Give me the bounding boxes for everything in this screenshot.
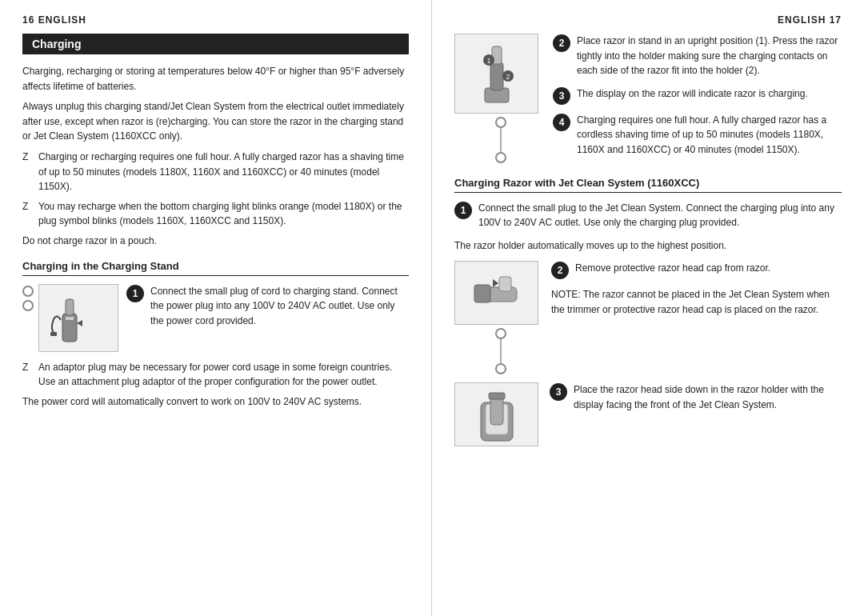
razor-cap-svg (465, 267, 529, 319)
subsection-title: Charging in the Charging Stand (22, 260, 409, 276)
note-text: NOTE: The razor cannot be placed in the … (551, 287, 842, 317)
right-step3-text: The display on the razor will indicate r… (577, 86, 842, 102)
z-icon-2: Z (22, 199, 35, 214)
jet-step3-image (454, 382, 538, 446)
jet-step3-row: 3 Place the razor head side down in the … (454, 382, 842, 446)
right-image-indicator: 1 2 (454, 34, 546, 163)
jet-step2-indicator (454, 261, 546, 374)
adaptor-note-text: An adaptor plug may be necessary for pow… (38, 360, 409, 390)
jet-step3-numbered: 3 Place the razor head side down in the … (550, 382, 842, 412)
svg-text:2: 2 (506, 73, 510, 81)
jet-step2-row: 2 Remove protective razor head cap from … (454, 261, 842, 374)
svg-rect-19 (489, 393, 505, 399)
right-step3-circle: 3 (553, 87, 570, 105)
jet-clean-system-svg (465, 386, 529, 442)
step1-circle: 1 (126, 285, 144, 302)
svg-rect-13 (474, 285, 490, 302)
jet-mid-line (500, 339, 502, 363)
right-page-number: ENGLISH 17 (454, 14, 842, 26)
svg-rect-3 (50, 332, 57, 336)
adaptor-z-icon: Z (22, 360, 35, 375)
auto-moves-text: The razor holder automatically moves up … (454, 238, 842, 254)
top-indicator-circle (495, 117, 506, 128)
jet-step3-text: Place the razor head side down in the ra… (574, 382, 842, 412)
jet-step1-text: Connect the small plug to the Jet Clean … (478, 201, 842, 230)
razor-upright-svg: 1 2 (465, 40, 529, 108)
svg-marker-4 (77, 320, 82, 326)
svg-rect-6 (490, 62, 503, 90)
top-indicator-line (500, 128, 502, 152)
jet-step2-circle: 2 (551, 262, 569, 279)
jet-step2-numbered: 2 Remove protective razor head cap from … (551, 261, 842, 279)
jet-step2-image (454, 261, 538, 325)
z-bullet-1-text: Charging or recharging requires one full… (38, 150, 409, 194)
step1-content: 1 Connect the small plug of cord to char… (126, 284, 409, 337)
jet-step1-circle: 1 (454, 202, 472, 219)
step-indicator (22, 284, 34, 313)
jet-step2-text: Remove protective razor head cap from ra… (575, 261, 842, 276)
svg-rect-2 (66, 317, 74, 320)
right-step4: 4 Charging requires one full hour. A ful… (553, 113, 842, 158)
charging-stand-svg (46, 290, 110, 346)
step-dot-top (22, 286, 34, 297)
step-dot-bottom (22, 300, 34, 311)
svg-rect-15 (499, 277, 511, 291)
step1-row: 1 Connect the small plug of cord to char… (22, 284, 409, 352)
right-step3: 3 The display on the razor will indicate… (553, 86, 842, 105)
section-title: Charging (22, 34, 409, 54)
jet-bot-circle (495, 363, 506, 374)
charging-stand-image (38, 284, 118, 352)
left-page-number: 16 ENGLISH (22, 14, 409, 26)
right-step2-circle: 2 (553, 34, 570, 52)
svg-text:1: 1 (486, 57, 490, 65)
right-page: ENGLISH 17 1 2 (432, 0, 864, 616)
adaptor-note: Z An adaptor plug may be necessary for p… (22, 360, 409, 390)
bullet1-text: Always unplug this charging stand/Jet Cl… (22, 99, 409, 144)
step1-text: Connect the small plug of cord to chargi… (150, 284, 409, 329)
left-page: 16 ENGLISH Charging Charging, recharging… (0, 0, 432, 616)
right-top-row: 1 2 2 Place razor in stand in an upright… (454, 34, 842, 166)
jet-mid-circle (495, 328, 506, 339)
z-bullet-2-text: You may recharge when the bottom chargin… (38, 199, 409, 229)
do-not-text: Do not charge razor in a pouch. (22, 234, 409, 249)
razor-stand-image: 1 2 (454, 34, 538, 114)
intro-text: Charging, recharging or storing at tempe… (22, 64, 409, 94)
z-bullet-1: Z Charging or recharging requires one fu… (22, 150, 409, 194)
jet-step2-content: 2 Remove protective razor head cap from … (551, 261, 842, 322)
jet-step3-content: 3 Place the razor head side down in the … (550, 382, 842, 420)
right-step4-circle: 4 (553, 114, 570, 131)
step1-numbered: 1 Connect the small plug of cord to char… (126, 284, 409, 329)
mid-indicator-circle (495, 152, 506, 163)
svg-marker-14 (493, 279, 498, 287)
right-step2-text: Place razor in stand in an upright posit… (577, 34, 842, 78)
z-icon-1: Z (22, 150, 35, 165)
z-bullet-2: Z You may recharge when the bottom charg… (22, 199, 409, 229)
svg-rect-1 (66, 299, 74, 315)
jet-clean-title: Charging Razor with Jet Clean System (11… (454, 177, 842, 193)
right-step2: 2 Place razor in stand in an upright pos… (553, 34, 842, 78)
right-steps-content: 2 Place razor in stand in an upright pos… (553, 34, 842, 166)
jet-step1: 1 Connect the small plug to the Jet Clea… (454, 201, 842, 230)
jet-step3-circle: 3 (550, 383, 567, 401)
auto-convert-text: The power cord will automatically conver… (22, 394, 409, 410)
right-step4-text: Charging requires one full hour. A fully… (577, 113, 842, 158)
